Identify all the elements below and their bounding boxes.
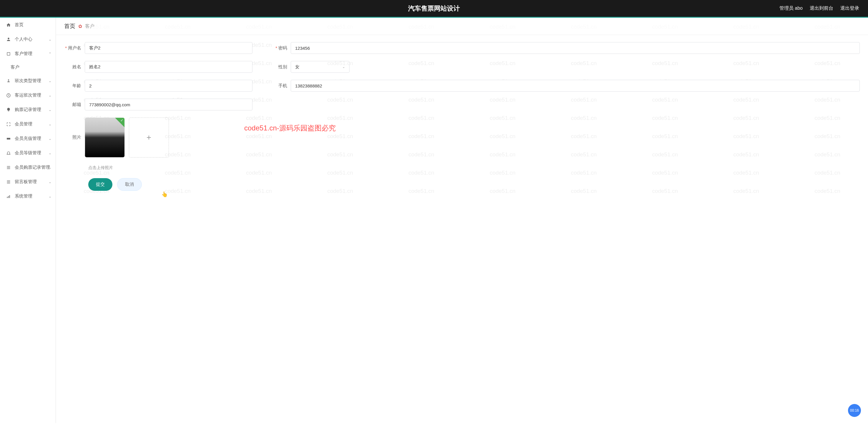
upload-button[interactable]: + <box>129 117 169 158</box>
chevron-up-icon: ⌃ <box>49 52 52 56</box>
main-content: code51.cncode51.cncode51.cncode51.cncode… <box>56 18 868 423</box>
watermark-notice: code51.cn-源码乐园盗图必究 <box>244 123 336 133</box>
sidebar-item-message-board[interactable]: 留言板管理 ⌄ <box>0 175 56 189</box>
button-row: 提交 取消 <box>88 178 860 191</box>
chevron-down-icon: ⌄ <box>49 108 52 112</box>
admin-label[interactable]: 管理员 abo <box>779 5 803 11</box>
ticket-icon <box>5 136 12 141</box>
breadcrumb-home[interactable]: 首页 <box>64 22 75 30</box>
sidebar: 首页 个人中心 ⌄ 客户管理 ⌃ 客户 班次类型管理 ⌄ <box>0 18 56 423</box>
name-input[interactable] <box>85 61 252 73</box>
logout-link[interactable]: 退出登录 <box>840 5 859 11</box>
svg-rect-5 <box>7 197 8 198</box>
sidebar-item-home[interactable]: 首页 <box>0 18 56 32</box>
sidebar-item-profile[interactable]: 个人中心 ⌄ <box>0 32 56 47</box>
form-area: *用户名 *密码 姓名 性别 女 ⌄ <box>56 35 868 198</box>
sidebar-sub-customer[interactable]: 客户 <box>0 61 56 74</box>
header-actions: 管理员 abo 退出到前台 退出登录 <box>779 5 859 11</box>
username-input[interactable] <box>85 42 252 54</box>
sidebar-item-label: 会员管理 <box>15 121 32 127</box>
svg-point-2 <box>8 79 9 80</box>
sidebar-item-label: 系统管理 <box>15 194 32 199</box>
sidebar-item-member-recharge[interactable]: 会员充值管理 ⌄ <box>0 131 56 146</box>
exit-front-link[interactable]: 退出到前台 <box>810 5 833 11</box>
svg-rect-1 <box>7 52 10 55</box>
field-phone: 手机 <box>270 80 860 91</box>
sidebar-item-label: 留言板管理 <box>15 179 37 185</box>
clock-icon <box>5 93 12 98</box>
password-input[interactable] <box>291 42 860 54</box>
sidebar-item-customer[interactable]: 客户管理 ⌃ <box>0 47 56 61</box>
sidebar-item-label: 班次类型管理 <box>15 78 41 84</box>
sidebar-item-member[interactable]: 会员管理 ⌄ <box>0 117 56 131</box>
gender-select[interactable]: 女 ⌄ <box>291 61 349 73</box>
sidebar-item-label: 客户管理 <box>15 51 32 57</box>
menu-icon <box>5 165 12 170</box>
crop-icon <box>5 52 12 56</box>
bulb-icon <box>5 108 12 112</box>
bars-icon <box>5 194 12 199</box>
chevron-down-icon: ⌄ <box>49 180 52 184</box>
cursor-icon: 👆 <box>161 191 168 198</box>
chevron-down-icon: ⌄ <box>49 122 52 126</box>
breadcrumb-current: 客户 <box>85 23 94 29</box>
person-dots-icon <box>5 79 12 83</box>
phone-label: 手机 <box>270 83 291 89</box>
email-input[interactable] <box>85 98 252 110</box>
chevron-down-icon: ⌄ <box>49 166 52 170</box>
svg-rect-4 <box>7 138 10 139</box>
age-label: 年龄 <box>64 83 85 89</box>
chevron-down-icon: ⌄ <box>49 37 52 41</box>
sidebar-item-schedule-type[interactable]: 班次类型管理 ⌄ <box>0 74 56 88</box>
chevron-down-icon: ⌄ <box>49 137 52 141</box>
sidebar-item-label: 会员等级管理 <box>15 150 41 156</box>
gender-label: 性别 <box>270 64 291 70</box>
field-age: 年龄 <box>64 80 252 91</box>
person-icon <box>5 37 12 42</box>
field-gender: 性别 女 ⌄ <box>270 61 860 73</box>
sidebar-item-member-level[interactable]: 会员等级管理 ⌄ <box>0 146 56 160</box>
chevron-down-icon: ⌄ <box>49 194 52 198</box>
name-label: 姓名 <box>64 64 85 70</box>
chevron-down-icon: ⌄ <box>49 151 52 155</box>
home-icon <box>5 23 12 27</box>
sidebar-item-label: 客运班次管理 <box>15 92 41 98</box>
sidebar-item-ticket-record[interactable]: 购票记录管理 ⌄ <box>0 103 56 117</box>
field-name: 姓名 <box>64 61 252 73</box>
photo-label: 照片 <box>64 117 85 140</box>
sidebar-item-label: 个人中心 <box>15 36 32 42</box>
chevron-down-icon: ⌄ <box>342 65 345 69</box>
photo-thumbnail[interactable]: ✓ <box>85 117 125 158</box>
field-password: *密码 <box>270 42 860 54</box>
cancel-button[interactable]: 取消 <box>117 178 142 191</box>
username-label: *用户名 <box>64 45 85 51</box>
field-photo: 照片 ✓ + <box>64 117 860 158</box>
fullscreen-icon <box>5 122 12 126</box>
sidebar-item-bus-schedule[interactable]: 客运班次管理 ⌄ <box>0 88 56 103</box>
email-label: 邮箱 <box>64 102 85 108</box>
app-title: 汽车售票网站设计 <box>408 4 460 13</box>
sidebar-item-label: 会员购票记录管理 <box>15 165 50 170</box>
bell-icon <box>5 151 12 156</box>
phone-input[interactable] <box>291 80 860 91</box>
upload-hint: 点击上传照片 <box>88 161 860 178</box>
age-input[interactable] <box>85 80 252 91</box>
field-email: 邮箱 <box>64 98 252 110</box>
gender-value: 女 <box>295 64 300 70</box>
chevron-down-icon: ⌄ <box>49 79 52 83</box>
svg-point-0 <box>8 38 9 39</box>
sidebar-sub-label: 客户 <box>10 64 20 69</box>
sidebar-item-member-ticket[interactable]: 会员购票记录管理 ⌄ <box>0 160 56 175</box>
sidebar-item-label: 首页 <box>15 22 24 28</box>
submit-button[interactable]: 提交 <box>88 178 113 191</box>
app-header: 汽车售票网站设计 管理员 abo 退出到前台 退出登录 <box>0 0 868 18</box>
sidebar-item-system[interactable]: 系统管理 ⌄ <box>0 189 56 203</box>
breadcrumb: 首页 ✿ 客户 <box>56 18 868 35</box>
menu-icon <box>5 179 12 184</box>
sidebar-item-label: 会员充值管理 <box>15 136 41 141</box>
check-icon: ✓ <box>120 118 123 122</box>
plus-icon: + <box>147 133 151 142</box>
breadcrumb-icon: ✿ <box>78 24 82 29</box>
svg-rect-6 <box>8 196 9 198</box>
timer-badge: 00:16 <box>848 404 861 417</box>
